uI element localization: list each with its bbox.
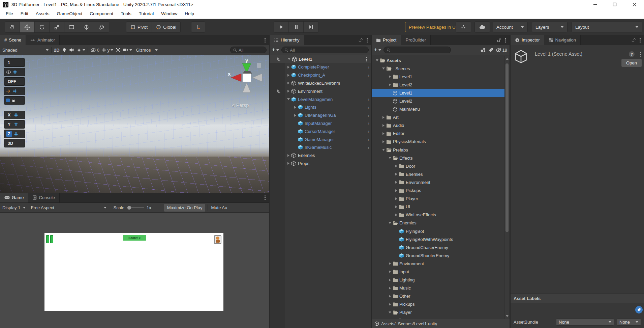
prefab-chevron-icon[interactable]: ›	[368, 105, 369, 110]
tab-animator[interactable]: Animator	[26, 35, 60, 45]
scene-tools-button[interactable]	[116, 48, 121, 53]
hierarchy-item-Props[interactable]: Props	[270, 160, 371, 168]
project-item-Environment[interactable]: Environment	[372, 178, 504, 186]
project-item-MainMenu[interactable]: MainMenu	[372, 105, 504, 113]
project-item-Door[interactable]: Door	[372, 162, 504, 170]
twisty-icon[interactable]	[394, 165, 399, 167]
hierarchy-menu-kebab-icon[interactable]	[367, 38, 368, 43]
twisty-icon[interactable]	[286, 82, 291, 84]
twisty-icon[interactable]	[387, 157, 392, 159]
lighting-toggle[interactable]	[62, 48, 67, 53]
menu-component[interactable]: Component	[86, 9, 117, 19]
tab-hierarchy[interactable]: Hierarchy	[270, 35, 304, 45]
scroll-up-icon[interactable]	[506, 58, 509, 60]
prefab-chevron-icon[interactable]: ›	[368, 137, 369, 142]
shading-mode-dropdown[interactable]: Shaded	[2, 48, 49, 53]
minimize-button[interactable]	[585, 0, 605, 9]
twisty-icon[interactable]	[387, 222, 392, 224]
aspect-dropdown[interactable]: Free Aspect	[31, 205, 106, 210]
progrids-Z-button[interactable]: Z	[4, 130, 25, 138]
project-item-GroundChaserEnemy[interactable]: GroundChaserEnemy	[372, 243, 504, 251]
hierarchy-search-input[interactable]	[290, 48, 366, 53]
pick-cursor-icon[interactable]	[276, 89, 281, 93]
twisty-icon[interactable]	[286, 162, 291, 165]
lock-icon[interactable]	[358, 38, 363, 43]
scale-slider[interactable]	[127, 207, 144, 208]
rect-tool-button[interactable]	[64, 22, 79, 32]
project-item-GroundShooterEnemy[interactable]: GroundShooterEnemy	[372, 251, 504, 259]
twisty-icon[interactable]	[286, 66, 291, 69]
prefab-chevron-icon[interactable]: ›	[368, 129, 369, 134]
hierarchy-item-InputManager[interactable]: InputManager›	[270, 119, 371, 128]
display-dropdown[interactable]: Display 1	[2, 205, 26, 210]
twisty-icon[interactable]	[286, 90, 291, 92]
twisty-icon[interactable]	[286, 98, 291, 100]
progrids-Y-button[interactable]: Y	[4, 120, 25, 129]
pivot-toggle[interactable]: Pivot	[126, 22, 152, 32]
layout-dropdown[interactable]: Layout	[572, 22, 642, 32]
tab-project[interactable]: Project	[372, 35, 401, 45]
menu-gameobject[interactable]: GameObject	[53, 9, 86, 19]
prefab-chevron-icon[interactable]: ›	[368, 97, 369, 102]
tab-game[interactable]: Game	[0, 193, 28, 202]
tab-probuilder[interactable]: ProBuilder	[401, 35, 431, 45]
hierarchy-item-Enemies[interactable]: Enemies	[270, 152, 371, 160]
asset-label-tag-icon[interactable]	[635, 306, 643, 313]
asset-labels-header[interactable]: Asset Labels	[511, 294, 644, 303]
twisty-icon[interactable]	[394, 206, 399, 208]
open-button[interactable]: Open	[621, 59, 642, 67]
project-item-Level1[interactable]: Level1	[372, 89, 504, 97]
twisty-icon[interactable]	[387, 75, 392, 78]
hierarchy-item-Environment[interactable]: Environment	[270, 87, 371, 95]
project-item-Pickups[interactable]: Pickups	[372, 300, 504, 308]
hierarchy-item-GameManager[interactable]: GameManager›	[270, 135, 371, 143]
twisty-icon[interactable]	[387, 83, 392, 86]
lock-icon[interactable]	[497, 38, 501, 43]
prefab-chevron-icon[interactable]: ›	[368, 145, 369, 150]
menu-edit[interactable]: Edit	[17, 9, 32, 19]
twisty-icon[interactable]	[394, 181, 399, 184]
prefab-chevron-icon[interactable]: ›	[368, 73, 369, 78]
progrids-1-button[interactable]: 1	[4, 58, 25, 67]
project-search-input[interactable]	[392, 48, 448, 53]
twisty-icon[interactable]	[381, 140, 386, 143]
scroll-down-icon[interactable]	[506, 315, 509, 317]
menu-file[interactable]: File	[2, 9, 17, 19]
close-button[interactable]	[624, 0, 644, 9]
hierarchy-item-UIManagerInGa[interactable]: UIManagerInGa›	[270, 111, 371, 119]
project-hidden-toggle[interactable]: 18	[496, 48, 507, 53]
hierarchy-scene-row[interactable]: Level1	[270, 55, 371, 63]
project-item-Level2[interactable]: Level2	[372, 97, 504, 105]
menu-tools[interactable]: Tools	[117, 9, 135, 19]
rotate-tool-button[interactable]	[35, 22, 50, 32]
hierarchy-item-InGameMusic[interactable]: InGameMusic›	[270, 143, 371, 152]
progrids-push-arrow-button[interactable]	[4, 87, 25, 95]
tab-navigation[interactable]: Navigation	[544, 35, 580, 45]
scene-row-kebab-icon[interactable]	[366, 57, 367, 61]
mute-audio-toggle[interactable]: Mute Au	[210, 204, 228, 212]
cloud-button[interactable]	[475, 22, 490, 32]
menu-tutorial[interactable]: Tutorial	[135, 9, 158, 19]
project-item-Music[interactable]: Music	[372, 284, 504, 292]
project-item-Level2[interactable]: Level2	[372, 81, 504, 89]
move-tool-button[interactable]	[20, 22, 35, 32]
twisty-icon[interactable]	[387, 287, 392, 290]
progrids-3D-button[interactable]: 3D	[4, 139, 25, 147]
twisty-icon[interactable]	[286, 154, 291, 157]
project-item-Lighting[interactable]: Lighting	[372, 276, 504, 284]
twisty-icon[interactable]	[387, 262, 392, 265]
hierarchy-search-field[interactable]	[281, 47, 369, 53]
transform-tool-button[interactable]	[79, 22, 94, 32]
prefab-chevron-icon[interactable]: ›	[368, 120, 369, 126]
twisty-icon[interactable]	[387, 295, 392, 298]
twisty-icon[interactable]	[387, 303, 392, 306]
project-item-FlyingBot[interactable]: FlyingBot	[372, 227, 504, 235]
label-filter-icon[interactable]	[488, 48, 493, 53]
project-item-Effects[interactable]: Effects	[372, 154, 504, 162]
assetbundle-dropdown[interactable]: None	[556, 319, 614, 326]
grid-snap-button[interactable]	[191, 22, 205, 32]
project-search-field[interactable]	[384, 47, 451, 53]
tab-inspector[interactable]: Inspector	[511, 35, 544, 45]
maximize-on-play-toggle[interactable]: Maximize On Play	[164, 204, 206, 212]
progrids-eye-button[interactable]	[4, 68, 25, 76]
